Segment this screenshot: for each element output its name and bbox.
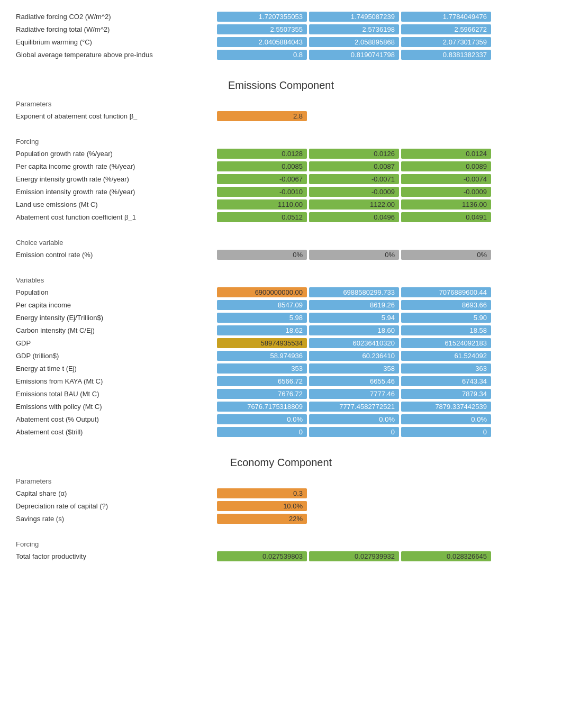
cell-value: 0.0128 [217, 149, 307, 159]
economy-params-label: Parameters [16, 477, 546, 485]
row-label: Emissions total BAU (Mt C) [16, 390, 217, 398]
table-row: Carbon intensity (Mt C/Ej)18.6218.6018.5… [16, 324, 546, 336]
table-row: Population growth rate (%/year)0.01280.0… [16, 148, 546, 159]
table-row: Savings rate (s)22% [16, 513, 546, 524]
cell-value: 0.028326645 [401, 551, 491, 561]
row-label: Exponent of abatement cost function β_ [16, 112, 217, 120]
cell-value: 2.058895868 [309, 37, 399, 47]
table-row: Per capita income8547.098619.268693.66 [16, 299, 546, 311]
table-row: Global average temperature above pre-ind… [16, 49, 546, 60]
cell-value: 61524092183 [401, 338, 491, 348]
table-row: Emission intensity growth rate (%/year)-… [16, 186, 546, 197]
cell-value: 7879.337442539 [401, 402, 491, 412]
cell-value: 0 [309, 427, 399, 437]
cell-value: 22% [217, 514, 307, 524]
cell-value: -0.0074 [401, 174, 491, 184]
table-row: Energy at time t (Ej)353358363 [16, 362, 546, 374]
table-row: Emission control rate (%)0%0%0% [16, 249, 546, 260]
row-label: Carbon intensity (Mt C/Ej) [16, 326, 217, 334]
table-row: GDP589749355346023641032061524092183 [16, 337, 546, 349]
row-label: Depreciation rate of capital (?) [16, 502, 217, 510]
row-label: Energy intensity growth rate (%/year) [16, 175, 217, 183]
cell-value: 363 [401, 363, 491, 374]
cell-value: 2.5966272 [401, 24, 491, 34]
row-label: Population growth rate (%/year) [16, 150, 217, 158]
table-row: Per capita income growth rate (%/year)0.… [16, 160, 546, 172]
row-label: Energy intensity (Ej/Trillion$) [16, 314, 217, 322]
row-label: Global average temperature above pre-ind… [16, 51, 217, 59]
cell-value: 5.94 [309, 313, 399, 323]
cell-value: 18.60 [309, 325, 399, 335]
emissions-variables-label: Variables [16, 276, 546, 284]
table-row: Capital share (α)0.3 [16, 487, 546, 499]
row-label: Population [16, 288, 217, 296]
cell-value: 7076889600.44 [401, 287, 491, 297]
cell-value: 0.0124 [401, 149, 491, 159]
cell-value: 0.0085 [217, 161, 307, 171]
table-row: Depreciation rate of capital (?)10.0% [16, 500, 546, 512]
cell-value: 0.0% [217, 414, 307, 424]
cell-value: 0% [309, 250, 399, 260]
cell-value: 0.0% [309, 414, 399, 424]
cell-value: 1122.00 [309, 199, 399, 210]
table-row: Equilibrium warming (°C)2.04058840432.05… [16, 36, 546, 48]
row-label: Equilibrium warming (°C) [16, 38, 217, 46]
cell-value: 0.8190741798 [309, 50, 399, 60]
cell-value: 6900000000.00 [217, 287, 307, 297]
cell-value: 18.58 [401, 325, 491, 335]
cell-value: 7676.7175318809 [217, 402, 307, 412]
table-row: Emissions with policy (Mt C)7676.7175318… [16, 401, 546, 412]
table-row: Land use emissions (Mt C)1110.001122.001… [16, 198, 546, 210]
cell-value: 2.5736198 [309, 24, 399, 34]
economy-forcing-label: Forcing [16, 540, 546, 548]
row-label: Emission control rate (%) [16, 251, 217, 259]
table-row: Exponent of abatement cost function β_2.… [16, 110, 546, 122]
cell-value: 0.0089 [401, 161, 491, 171]
cell-value: -0.0071 [309, 174, 399, 184]
cell-value: 0.8 [217, 50, 307, 60]
row-label: Total factor productivity [16, 552, 217, 560]
table-row: Energy intensity growth rate (%/year)-0.… [16, 173, 546, 185]
cell-value: -0.0010 [217, 187, 307, 197]
cell-value: 10.0% [217, 501, 307, 511]
cell-value: 0.8381382337 [401, 50, 491, 60]
cell-value: 58.974936 [217, 351, 307, 361]
cell-value: 0.0496 [309, 212, 399, 222]
table-row: Total factor productivity0.0275398030.02… [16, 550, 546, 562]
cell-value: 2.0773017359 [401, 37, 491, 47]
table-row: Radiative forcing total (W/m^2)2.5507355… [16, 23, 546, 35]
cell-value: 0.3 [217, 488, 307, 498]
row-label: Land use emissions (Mt C) [16, 201, 217, 208]
cell-value: 18.62 [217, 325, 307, 335]
table-row: Abatement cost ($trill)000 [16, 426, 546, 438]
emissions-params-label: Parameters [16, 100, 546, 108]
cell-value: 0.0512 [217, 212, 307, 222]
cell-value: 6566.72 [217, 376, 307, 386]
cell-value: 5.98 [217, 313, 307, 323]
row-label: GDP [16, 339, 217, 347]
row-label: Abatement cost ($trill) [16, 428, 217, 436]
cell-value: 1.7207355053 [217, 12, 307, 22]
row-label: Radiative forcing CO2 (W/m^2) [16, 13, 217, 21]
cell-value: 61.524092 [401, 351, 491, 361]
cell-value: 2.8 [217, 111, 307, 121]
cell-value: 0.0087 [309, 161, 399, 171]
emissions-choice-label: Choice variable [16, 239, 546, 247]
cell-value: 58974935534 [217, 338, 307, 348]
cell-value: 0% [401, 250, 491, 260]
cell-value: 60236410320 [309, 338, 399, 348]
cell-value: 1.7495087239 [309, 12, 399, 22]
cell-value: 8693.66 [401, 300, 491, 310]
cell-value: 6988580299.733 [309, 287, 399, 297]
row-label: Capital share (α) [16, 489, 217, 497]
cell-value: 0.027539803 [217, 551, 307, 561]
cell-value: 0.0% [401, 414, 491, 424]
cell-value: 8547.09 [217, 300, 307, 310]
table-row: Energy intensity (Ej/Trillion$)5.985.945… [16, 312, 546, 323]
emissions-component-section: Emissions Component Parameters Exponent … [16, 79, 546, 438]
cell-value: 353 [217, 363, 307, 374]
cell-value: 6743.34 [401, 376, 491, 386]
cell-value: -0.0067 [217, 174, 307, 184]
row-label: Savings rate (s) [16, 515, 217, 523]
table-row: Population6900000000.006988580299.733707… [16, 286, 546, 298]
